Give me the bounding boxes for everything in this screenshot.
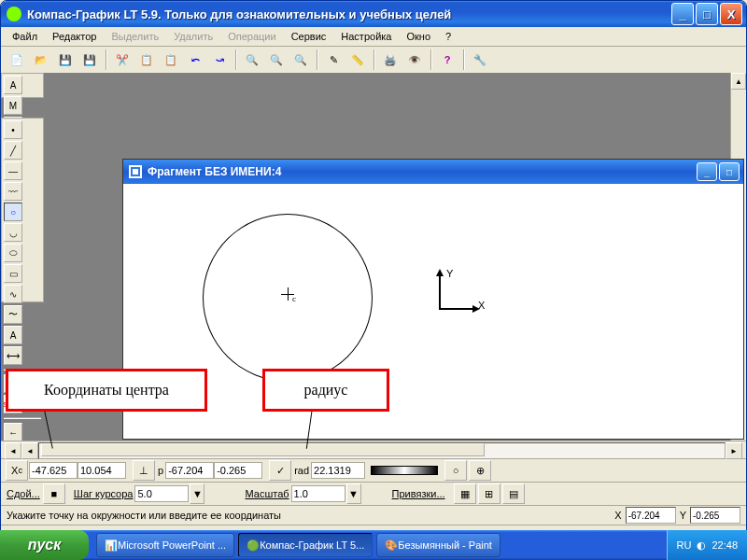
undo-icon[interactable]: ⤺ <box>184 49 206 71</box>
menu-service[interactable]: Сервис <box>284 29 334 44</box>
main-titlebar: Компас-График LT 5.9. Только для ознаком… <box>1 1 746 27</box>
app-icon <box>7 7 21 21</box>
mode-a-button[interactable]: A <box>4 76 22 94</box>
hscroll-left-icon[interactable]: ◄ <box>5 442 21 459</box>
status-y-label: Y <box>680 510 686 521</box>
taskbar-item-powerpoint[interactable]: 📊 Microsoft PowerPoint ... <box>96 533 234 557</box>
zoomin-icon[interactable]: 🔍 <box>241 49 263 71</box>
radius-input[interactable] <box>311 462 365 479</box>
xc-input[interactable] <box>29 462 78 479</box>
drawing-canvas[interactable]: c Y X <box>123 184 743 439</box>
yp-input[interactable] <box>214 462 262 479</box>
circle-icon[interactable]: ○ <box>4 203 22 221</box>
copy-icon[interactable]: 📋 <box>135 49 158 71</box>
hscroll-left2-icon[interactable]: ◄ <box>21 442 38 459</box>
document-icon <box>129 165 142 178</box>
status-x-label: X <box>614 510 621 521</box>
step-input[interactable] <box>134 485 189 502</box>
doc-maximize-button[interactable]: □ <box>719 162 740 181</box>
menu-select: Выделить <box>104 29 166 44</box>
save-icon[interactable]: 💾 <box>54 49 77 71</box>
print-icon[interactable]: 🖨️ <box>379 49 402 71</box>
status-y-input[interactable] <box>690 507 740 524</box>
xp-input[interactable] <box>165 462 214 479</box>
menu-settings[interactable]: Настройка <box>333 29 399 44</box>
dim-icon[interactable]: ⟷ <box>4 346 22 365</box>
hscroll-right-icon[interactable]: ► <box>726 442 742 459</box>
style-block-icon[interactable]: ■ <box>43 483 65 504</box>
saveall-icon[interactable]: 💾 <box>78 49 101 71</box>
measure-icon[interactable]: 📏 <box>346 49 369 71</box>
zoomout-icon[interactable]: 🔍 <box>265 49 288 71</box>
new-icon[interactable]: 📄 <box>6 49 28 71</box>
zoomfit-icon[interactable]: 🔍 <box>289 49 312 71</box>
taskbar: пуск 📊 Microsoft PowerPoint ... 🟢 Компас… <box>0 530 747 560</box>
property-bar-view: Сдой... ■ Шаг курсора ▼ Масштаб ▼ Привяз… <box>1 482 746 505</box>
p-label: p <box>158 465 163 476</box>
style-label[interactable]: Сдой... <box>7 488 40 499</box>
step-dd-icon[interactable]: ▼ <box>190 483 204 504</box>
property-bar-coords: Xc ⊥ p ✓ rad ○ ⊕ <box>1 458 746 482</box>
circle-full-icon[interactable]: ○ <box>444 460 467 481</box>
back-icon[interactable]: ← <box>4 423 22 441</box>
segment-icon[interactable]: ╱ <box>4 141 22 160</box>
linestyle-preview[interactable] <box>371 466 438 475</box>
open-icon[interactable]: 📂 <box>30 49 52 71</box>
grid2-icon[interactable]: ⊞ <box>478 483 500 504</box>
grid1-icon[interactable]: ▦ <box>454 483 476 504</box>
snaps-button[interactable]: Привязки... <box>392 488 445 499</box>
grid3-icon[interactable]: ▤ <box>502 483 525 504</box>
document-titlebar: Фрагмент БЕЗ ИМЕНИ:4 _ □ <box>123 160 743 184</box>
redo-icon[interactable]: ⤻ <box>208 49 231 71</box>
point-icon[interactable]: • <box>4 120 22 139</box>
mode-palette: A M P <box>1 73 44 98</box>
rect-icon[interactable]: ▭ <box>4 264 22 283</box>
status-message: Укажите точку на окружности или введите … <box>7 510 281 521</box>
scale-input[interactable] <box>291 485 345 502</box>
status-x-input[interactable] <box>626 507 676 524</box>
menu-file[interactable]: Файл <box>5 29 45 44</box>
scale-dd-icon[interactable]: ▼ <box>346 483 361 504</box>
system-tray[interactable]: RU ◐ 22:48 <box>667 530 747 560</box>
rad-lock-icon[interactable]: ✓ <box>269 460 291 481</box>
annotation-center-coords: Координаты центра <box>6 369 207 412</box>
rad-label: rad <box>294 465 309 476</box>
step-label: Шаг курсора <box>74 488 134 499</box>
horizontal-scrollbar[interactable]: ◄ ◄ ► <box>1 441 746 458</box>
taskbar-item-paint[interactable]: 🎨 Безымянный - Paint <box>376 533 500 557</box>
paste-icon[interactable]: 📋 <box>160 49 182 71</box>
arc-icon[interactable]: ◡ <box>4 223 22 242</box>
spline-icon[interactable]: ∿ <box>4 285 22 303</box>
menu-window[interactable]: Окно <box>399 29 438 44</box>
curve-icon[interactable]: 〰 <box>4 182 22 201</box>
mode-m-button[interactable]: M <box>4 96 22 115</box>
preview-icon[interactable]: 👁️ <box>403 49 426 71</box>
maximize-button[interactable]: □ <box>696 3 718 25</box>
ellipse-icon[interactable]: ⬭ <box>4 244 22 262</box>
perp-icon[interactable]: ⊥ <box>133 460 155 481</box>
misc-icon[interactable]: 🔧 <box>469 49 491 71</box>
minimize-button[interactable]: _ <box>671 3 694 25</box>
bezier-icon[interactable]: 〜 <box>4 305 22 324</box>
circle-axes-icon[interactable]: ⊕ <box>469 460 491 481</box>
line-icon[interactable]: — <box>4 161 22 180</box>
start-button[interactable]: пуск <box>0 530 89 560</box>
taskbar-item-kompas[interactable]: 🟢 Компас-График LT 5... <box>238 533 373 557</box>
xc-lock-icon[interactable]: Xc <box>6 460 28 481</box>
document-window: Фрагмент БЕЗ ИМЕНИ:4 _ □ c Y X <box>122 159 744 440</box>
draw-palette: • ╱ — 〰 ○ ◡ ⬭ ▭ ∿ 〜 A ⟷ ▦ STOP ← Auto <box>1 118 44 302</box>
window-controls: _ □ X <box>669 3 742 25</box>
doc-minimize-button[interactable]: _ <box>697 162 717 181</box>
menubar: Файл Редактор Выделить Удалить Операции … <box>1 27 746 47</box>
document-title: Фрагмент БЕЗ ИМЕНИ:4 <box>148 165 281 178</box>
close-button[interactable]: X <box>720 3 742 25</box>
menu-editor[interactable]: Редактор <box>45 29 104 44</box>
cut-icon[interactable]: ✂️ <box>111 49 134 71</box>
menu-help[interactable]: ? <box>438 29 458 44</box>
scroll-up-icon[interactable]: ▲ <box>731 73 746 90</box>
help-icon[interactable]: ? <box>436 49 458 71</box>
yc-input[interactable] <box>78 462 126 479</box>
language-indicator[interactable]: RU <box>677 539 692 551</box>
edit-icon[interactable]: ✎ <box>322 49 345 71</box>
text-icon[interactable]: A <box>4 326 22 344</box>
